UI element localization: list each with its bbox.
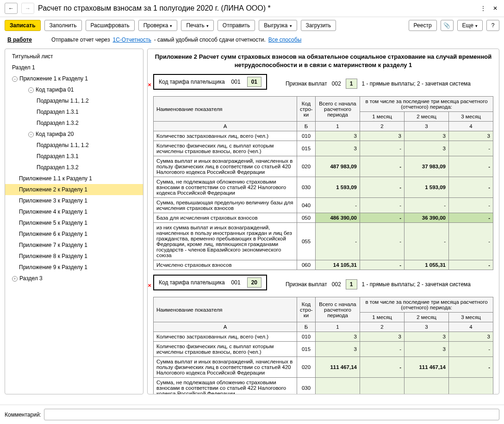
- cell-value[interactable]: 3: [404, 332, 449, 342]
- tree-sub112-b[interactable]: Подразделы 1.1, 1.2: [5, 140, 143, 151]
- delete-icon[interactable]: ✕: [148, 82, 151, 87]
- close-icon[interactable]: ✕: [491, 5, 499, 12]
- tree-app5[interactable]: Приложение 5 к Разделу 1: [5, 217, 143, 228]
- sign-val[interactable]: 1: [346, 79, 357, 89]
- main-content[interactable]: Приложение 2 Расчет сумм страховых взнос…: [147, 49, 499, 394]
- cell-value[interactable]: -: [360, 342, 404, 357]
- tree-app8[interactable]: Приложение 8 к Разделу 1: [5, 251, 143, 262]
- cell-value[interactable]: -: [449, 260, 493, 270]
- load-button[interactable]: Загрузить: [301, 20, 336, 31]
- cell-value[interactable]: 3: [360, 332, 404, 342]
- print-button[interactable]: Печать▾: [181, 20, 213, 31]
- tree-sidebar[interactable]: Титульный лист Раздел 1 −Приложение 1 к …: [5, 49, 143, 394]
- cell-value[interactable]: -: [360, 156, 404, 177]
- cell-value[interactable]: -: [360, 198, 404, 213]
- collapse-icon[interactable]: −: [28, 87, 34, 93]
- cell-value[interactable]: 1 055,31: [404, 260, 449, 270]
- tree-sub131-a[interactable]: Подраздел 1.3.1: [5, 106, 143, 117]
- cell-value[interactable]: -: [449, 177, 493, 198]
- cell-value[interactable]: 3: [360, 131, 404, 141]
- cell-value[interactable]: 3: [316, 131, 360, 141]
- cell-value[interactable]: -: [360, 260, 404, 270]
- cell-value[interactable]: 487 983,09: [316, 156, 360, 177]
- cell-value[interactable]: -: [360, 223, 404, 260]
- cell-value[interactable]: [404, 378, 449, 394]
- cell-value[interactable]: 3: [316, 342, 360, 357]
- cell-value[interactable]: 3: [316, 332, 360, 342]
- cell-value[interactable]: -: [404, 198, 449, 213]
- more-button[interactable]: Еще▾: [457, 20, 483, 31]
- comment-input[interactable]: [44, 409, 499, 420]
- cell-value[interactable]: 3: [449, 332, 493, 342]
- tree-app11[interactable]: Приложение 1.1 к Разделу 1: [5, 173, 143, 184]
- cell-value[interactable]: 36 390,00: [404, 213, 449, 223]
- cell-value[interactable]: -: [449, 198, 493, 213]
- cell-value[interactable]: -: [360, 213, 404, 223]
- cell-value[interactable]: -: [316, 198, 360, 213]
- collapse-icon[interactable]: −: [12, 76, 18, 82]
- forward-button[interactable]: →: [21, 3, 34, 14]
- cell-value[interactable]: 3: [404, 342, 449, 357]
- tree-section1[interactable]: Раздел 1: [5, 62, 143, 73]
- tree-app1[interactable]: −Приложение 1 к Разделу 1: [5, 73, 143, 84]
- cell-value[interactable]: -: [449, 223, 493, 260]
- cell-value[interactable]: -: [449, 156, 493, 177]
- cell-value[interactable]: 111 467,14: [404, 357, 449, 378]
- fill-button[interactable]: Заполнить: [44, 20, 82, 31]
- cell-value[interactable]: [449, 378, 493, 394]
- tree-sub112-a[interactable]: Подразделы 1.1, 1.2: [5, 95, 143, 106]
- registry-button[interactable]: Реестр: [409, 20, 437, 31]
- cell-value[interactable]: 1 593,09: [316, 177, 360, 198]
- tree-app4[interactable]: Приложение 4 к Разделу 1: [5, 206, 143, 217]
- cell-value[interactable]: 111 467,14: [316, 357, 360, 378]
- status-text[interactable]: В работе: [7, 37, 32, 43]
- tree-app3[interactable]: Приложение 3 к Разделу 1: [5, 195, 143, 206]
- cell-value[interactable]: 14 105,31: [316, 260, 360, 270]
- info-link-all[interactable]: Все способы: [268, 37, 302, 43]
- attach-button[interactable]: 📎: [441, 20, 454, 31]
- cell-value[interactable]: -: [404, 223, 449, 260]
- tree-section3[interactable]: +Раздел 3: [5, 273, 143, 284]
- tree-sub132-b[interactable]: Подраздел 1.3.2: [5, 162, 143, 173]
- cell-value[interactable]: [360, 378, 404, 394]
- tree-tariff01[interactable]: −Код тарифа 01: [5, 84, 143, 95]
- help-button[interactable]: ?: [486, 20, 499, 31]
- send-button[interactable]: Отправить: [218, 20, 255, 31]
- cell-value[interactable]: -: [449, 342, 493, 357]
- back-button[interactable]: ←: [5, 3, 18, 14]
- tree-app2[interactable]: Приложение 2 к Разделу 1: [5, 184, 143, 195]
- check-button[interactable]: Проверка▾: [138, 20, 178, 31]
- cell-value[interactable]: -: [316, 223, 360, 260]
- tree-title-page[interactable]: Титульный лист: [5, 51, 143, 62]
- expand-icon[interactable]: +: [12, 276, 18, 282]
- write-button[interactable]: Записать: [5, 20, 41, 31]
- cell-value[interactable]: -: [360, 177, 404, 198]
- delete-icon[interactable]: ✕: [148, 283, 151, 288]
- collapse-icon[interactable]: −: [28, 132, 34, 137]
- cell-value[interactable]: -: [449, 141, 493, 156]
- tariff-val1[interactable]: 01: [247, 77, 261, 87]
- tariff-val2[interactable]: 20: [247, 277, 261, 288]
- decrypt-button[interactable]: Расшифровать: [86, 20, 135, 31]
- cell-value[interactable]: -: [449, 357, 493, 378]
- sign-val[interactable]: 1: [346, 279, 357, 289]
- cell-value[interactable]: -: [360, 357, 404, 378]
- tree-tariff20[interactable]: −Код тарифа 20: [5, 129, 143, 140]
- info-link-1c[interactable]: 1С-Отчетность: [113, 37, 151, 43]
- cell-value[interactable]: 37 983,09: [404, 156, 449, 177]
- cell-value[interactable]: 3: [316, 141, 360, 156]
- tree-app9[interactable]: Приложение 9 к Разделу 1: [5, 262, 143, 273]
- tree-sub132-a[interactable]: Подраздел 1.3.2: [5, 117, 143, 129]
- cell-value[interactable]: -: [360, 141, 404, 156]
- tree-sub131-b[interactable]: Подраздел 1.3.1: [5, 151, 143, 162]
- cell-value[interactable]: 1 593,09: [404, 177, 449, 198]
- cell-value[interactable]: 3: [404, 131, 449, 141]
- cell-value[interactable]: -: [449, 213, 493, 223]
- cell-value[interactable]: 3: [404, 141, 449, 156]
- upload-button[interactable]: Выгрузка▾: [259, 20, 297, 31]
- kebab-icon[interactable]: ⋮: [479, 5, 487, 12]
- tree-app7[interactable]: Приложение 7 к Разделу 1: [5, 240, 143, 251]
- cell-value[interactable]: 3: [449, 131, 493, 141]
- cell-value[interactable]: 486 390,00: [316, 213, 360, 223]
- tree-app6[interactable]: Приложение 6 к Разделу 1: [5, 228, 143, 240]
